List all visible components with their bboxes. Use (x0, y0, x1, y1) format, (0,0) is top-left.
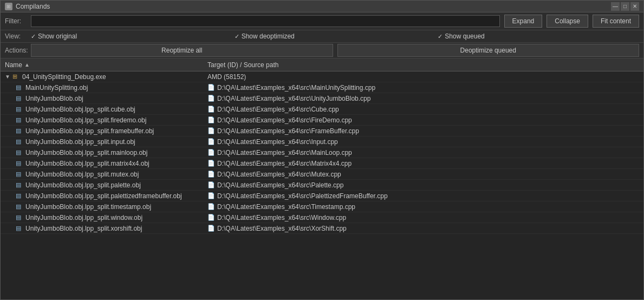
col-name-header[interactable]: Name ▲ (3, 61, 203, 69)
source-file-icon: 📄 (207, 116, 215, 123)
collapse-button[interactable]: Collapse (547, 15, 588, 28)
source-file-icon: 📄 (207, 138, 215, 145)
maximize-button[interactable]: □ (621, 2, 629, 11)
table-row[interactable]: ▤UnityJumboBlob.obj.lpp_split.mainloop.o… (1, 147, 643, 158)
title-bar-left: ⊞ Compilands (5, 3, 50, 10)
table-row[interactable]: ▤UnityJumboBlob.obj.lpp_split.mutex.obj📄… (1, 169, 643, 180)
file-icon: ▤ (16, 106, 23, 113)
view-label: View: (5, 32, 31, 40)
table-row[interactable]: ▤UnityJumboBlob.obj.lpp_split.firedemo.o… (1, 115, 643, 126)
exe-icon: ⊞ (12, 73, 20, 80)
window-title: Compilands (16, 3, 50, 10)
view-row: View: ✓ Show original ✓ Show deoptimized… (1, 30, 643, 43)
row-name-text: UnityJumboBlob.obj.lpp_split.framebuffer… (25, 127, 154, 135)
file-icon: ▤ (16, 84, 23, 91)
row-name-text: UnityJumboBlob.obj.lpp_split.timestamp.o… (25, 203, 151, 211)
table-row[interactable]: ▤UnityJumboBlob.obj.lpp_split.cube.obj📄D… (1, 104, 643, 115)
title-bar: ⊞ Compilands — □ ✕ (1, 1, 643, 12)
source-file-icon: 📄 (207, 149, 215, 156)
source-file-icon: 📄 (207, 106, 215, 113)
table-header: Name ▲ Target (ID) / Source path (1, 58, 643, 71)
row-name-text: MainUnitySplitting.obj (25, 84, 88, 92)
table-body: ▼⊞04_UnitySplitting_Debug.exeAMD (58152)… (1, 71, 643, 299)
file-icon: ▤ (16, 225, 23, 232)
file-icon: ▤ (16, 149, 23, 156)
row-source-text: D:\QA\Latest\Examples_x64\src\Palette.cp… (217, 181, 343, 189)
row-source-text: D:\QA\Latest\Examples_x64\src\Matrix4x4.… (217, 160, 352, 167)
file-icon: ▤ (16, 181, 23, 188)
source-file-icon: 📄 (207, 84, 215, 91)
source-file-icon: 📄 (207, 181, 215, 188)
file-icon: ▤ (16, 138, 23, 145)
title-bar-buttons: — □ ✕ (611, 2, 639, 11)
col-source-header[interactable]: Target (ID) / Source path (203, 61, 641, 69)
row-source-text: D:\QA\Latest\Examples_x64\src\FireDemo.c… (217, 116, 352, 124)
table-row[interactable]: ▤UnityJumboBlob.obj.lpp_split.palettized… (1, 191, 643, 201)
fit-content-button[interactable]: Fit content (593, 15, 639, 28)
source-file-icon: 📄 (207, 225, 215, 232)
row-name-text: UnityJumboBlob.obj.lpp_split.window.obj (25, 214, 142, 221)
table-row[interactable]: ▤UnityJumboBlob.obj.lpp_split.matrix4x4.… (1, 158, 643, 169)
file-icon: ▤ (16, 116, 23, 123)
col-name-label: Name (5, 61, 22, 69)
minimize-button[interactable]: — (611, 2, 620, 11)
row-name-text: UnityJumboBlob.obj (25, 95, 83, 102)
row-name-text: UnityJumboBlob.obj.lpp_split.firedemo.ob… (25, 116, 146, 124)
source-file-icon: 📄 (207, 203, 215, 210)
show-deoptimized-check[interactable]: ✓ Show deoptimized (235, 32, 436, 40)
table-row[interactable]: ▤UnityJumboBlob.obj📄D:\QA\Latest\Example… (1, 93, 643, 104)
filter-label: Filter: (5, 17, 27, 25)
show-queued-check[interactable]: ✓ Show queued (438, 32, 639, 40)
file-icon: ▤ (16, 203, 23, 210)
row-source-text: D:\QA\Latest\Examples_x64\src\MainUnityS… (217, 84, 375, 92)
source-file-icon: 📄 (207, 127, 215, 134)
row-source-text: D:\QA\Latest\Examples_x64\src\FrameBuffe… (217, 127, 359, 135)
file-icon: ▤ (16, 214, 23, 221)
row-name-text: UnityJumboBlob.obj.lpp_split.xorshift.ob… (25, 225, 142, 232)
file-icon: ▤ (16, 192, 23, 199)
actions-buttons: Reoptimize all Deoptimize queued (31, 44, 639, 57)
row-name-text: UnityJumboBlob.obj.lpp_split.cube.obj (25, 106, 135, 113)
expand-button[interactable]: Expand (504, 15, 543, 28)
table-row[interactable]: ▼⊞04_UnitySplitting_Debug.exeAMD (58152) (1, 71, 643, 82)
row-name-text: UnityJumboBlob.obj.lpp_split.palette.obj (25, 181, 141, 189)
source-file-icon: 📄 (207, 160, 215, 167)
close-button[interactable]: ✕ (630, 2, 639, 11)
row-source-text: AMD (58152) (207, 73, 246, 81)
source-file-icon: 📄 (207, 192, 215, 199)
row-name-text: UnityJumboBlob.obj.lpp_split.input.obj (25, 138, 135, 146)
show-original-label: Show original (38, 32, 77, 40)
row-source-text: D:\QA\Latest\Examples_x64\src\Cube.cpp (217, 106, 339, 113)
row-name-text: UnityJumboBlob.obj.lpp_split.matrix4x4.o… (25, 160, 149, 167)
filter-row: Filter: Expand Collapse Fit content (1, 12, 643, 30)
row-source-text: D:\QA\Latest\Examples_x64\src\Palettized… (217, 192, 388, 200)
check-mark-queued: ✓ (438, 33, 443, 40)
table-row[interactable]: ▤UnityJumboBlob.obj.lpp_split.timestamp.… (1, 201, 643, 212)
file-icon: ▤ (16, 127, 23, 134)
actions-label: Actions: (5, 47, 31, 54)
row-name-text: UnityJumboBlob.obj.lpp_split.mainloop.ob… (25, 149, 147, 156)
row-source-text: D:\QA\Latest\Examples_x64\src\UnityJumbo… (217, 95, 370, 102)
row-source-text: D:\QA\Latest\Examples_x64\src\XorShift.c… (217, 225, 347, 232)
row-name-text: UnityJumboBlob.obj.lpp_split.palettizedf… (25, 192, 182, 200)
row-source-text: D:\QA\Latest\Examples_x64\src\MainLoop.c… (217, 149, 352, 156)
table-row[interactable]: ▤MainUnitySplitting.obj📄D:\QA\Latest\Exa… (1, 82, 643, 93)
table-row[interactable]: ▤UnityJumboBlob.obj.lpp_split.window.obj… (1, 212, 643, 223)
row-name-text: 04_UnitySplitting_Debug.exe (22, 73, 106, 81)
source-file-icon: 📄 (207, 95, 215, 102)
col-source-label: Target (ID) / Source path (207, 61, 278, 69)
row-source-text: D:\QA\Latest\Examples_x64\src\Window.cpp (217, 214, 346, 221)
filter-input[interactable] (31, 15, 500, 27)
row-source-text: D:\QA\Latest\Examples_x64\src\Mutex.cpp (217, 171, 341, 178)
table-row[interactable]: ▤UnityJumboBlob.obj.lpp_split.framebuffe… (1, 126, 643, 136)
table-row[interactable]: ▤UnityJumboBlob.obj.lpp_split.xorshift.o… (1, 223, 643, 234)
show-original-check[interactable]: ✓ Show original (31, 32, 232, 40)
compilands-window: ⊞ Compilands — □ ✕ Filter: Expand Collap… (0, 0, 644, 300)
deoptimize-queued-button[interactable]: Deoptimize queued (337, 44, 640, 57)
source-file-icon: 📄 (207, 171, 215, 178)
table-row[interactable]: ▤UnityJumboBlob.obj.lpp_split.palette.ob… (1, 180, 643, 191)
check-mark-original: ✓ (31, 33, 36, 40)
tree-expand-icon[interactable]: ▼ (5, 74, 10, 80)
reoptimize-all-button[interactable]: Reoptimize all (31, 44, 333, 57)
table-row[interactable]: ▤UnityJumboBlob.obj.lpp_split.input.obj📄… (1, 136, 643, 147)
